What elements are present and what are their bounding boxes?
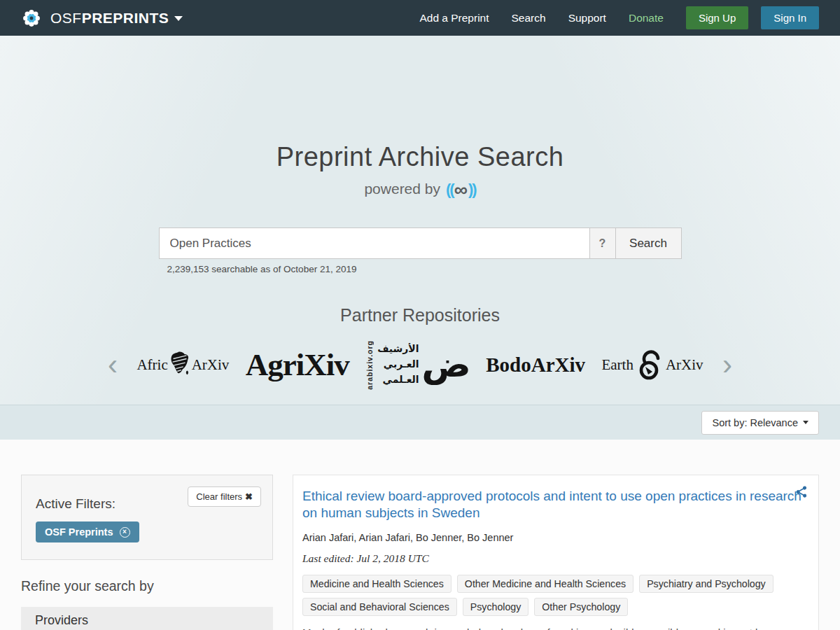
arabixiv-calligraphy-icon: ض [421, 349, 471, 381]
subject-tag[interactable]: Other Psychology [534, 598, 628, 616]
partners-carousel: ‹ Afric ArXiv AgriXiv arabixiv.org الأرش… [105, 332, 735, 397]
carousel-next-icon[interactable]: › [720, 350, 735, 379]
eartharxiv-prefix: Earth [601, 356, 633, 374]
africarxiv-prefix: Afric [136, 356, 167, 374]
top-navbar: OSFPREPRINTS Add a Preprint Search Suppo… [0, 0, 840, 36]
eartharxiv-suffix: ArXiv [666, 356, 704, 374]
hero-section: Preprint Archive Search powered by((∞)) … [0, 36, 840, 405]
nav-add-a-preprint[interactable]: Add a Preprint [419, 12, 489, 24]
search-input[interactable] [159, 227, 590, 259]
sort-by-label: Sort by: Relevance [712, 417, 798, 428]
partner-logo-arabixiv[interactable]: arabixiv.org الأرشيف العـربي العـلمي ض [365, 340, 470, 390]
result-last-edited: Last edited: Jul 2, 2018 UTC [302, 552, 809, 565]
osf-preprints-brand[interactable]: OSFPREPRINTS [21, 8, 183, 29]
filter-chip-label: OSF Preprints [45, 526, 113, 538]
nav-donate[interactable]: Donate [629, 12, 664, 24]
chevron-down-icon [803, 421, 808, 424]
clear-filters-button[interactable]: Clear filters✖ [188, 486, 261, 507]
subject-tag[interactable]: Psychology [463, 598, 529, 616]
searchable-count-note: 2,239,153 searchable as of October 21, 2… [159, 264, 682, 274]
sort-strip: Sort by: Relevance [0, 405, 840, 440]
subject-tag[interactable]: Other Medicine and Health Sciences [457, 575, 634, 593]
result-title-link[interactable]: Ethical review board-approved protocols … [302, 488, 809, 522]
results-list: Ethical review board-approved protocols … [293, 475, 819, 630]
nav-support[interactable]: Support [568, 12, 606, 24]
refine-search-label: Refine your search by [21, 578, 273, 594]
partner-repositories-heading: Partner Repositories [0, 305, 840, 326]
africa-map-icon [168, 350, 192, 379]
brand-title: OSFPREPRINTS [50, 10, 183, 27]
remove-filter-icon[interactable]: × [120, 527, 130, 538]
sort-by-dropdown[interactable]: Sort by: Relevance [701, 411, 819, 435]
subject-tag[interactable]: Psychiatry and Psychology [639, 575, 774, 593]
active-filters-box: Active Filters: Clear filters✖ OSF Prepr… [21, 475, 273, 560]
nav-search[interactable]: Search [512, 12, 546, 24]
result-authors: Arian Jafari, Arian Jafari, Bo Jenner, B… [302, 532, 809, 543]
subject-tag[interactable]: Medicine and Health Sciences [302, 575, 451, 593]
subject-tags: Medicine and Health Sciences Other Medic… [302, 575, 792, 616]
filter-chip-osf-preprints[interactable]: OSF Preprints × [36, 522, 139, 542]
powered-by-line: powered by((∞)) [0, 179, 840, 201]
share-service-logo: ((∞)) [446, 181, 476, 197]
arabixiv-arabic-text: الأرشيف العـربي العـلمي [377, 342, 419, 387]
filters-sidebar: Active Filters: Clear filters✖ OSF Prepr… [21, 475, 273, 630]
clear-x-icon: ✖ [245, 491, 253, 502]
open-lock-globe-icon [635, 348, 664, 382]
africarxiv-suffix: ArXiv [192, 356, 230, 374]
carousel-prev-icon[interactable]: ‹ [105, 350, 120, 379]
result-card: Ethical review board-approved protocols … [293, 475, 819, 630]
partner-logo-agrixiv[interactable]: AgriXiv [246, 346, 349, 383]
providers-section-header[interactable]: Providers [21, 607, 273, 630]
partner-logo-eartharxiv[interactable]: Earth ArXiv [601, 348, 703, 382]
share-icon[interactable] [795, 486, 808, 501]
sign-up-button[interactable]: Sign Up [686, 6, 748, 29]
page-title: Preprint Archive Search [0, 36, 840, 172]
results-section: Active Filters: Clear filters✖ OSF Prepr… [0, 440, 840, 630]
search-help-button[interactable]: ? [590, 227, 616, 259]
search-button[interactable]: Search [616, 227, 682, 259]
result-abstract: Much of published research in psychology… [302, 625, 778, 630]
arabixiv-url-vertical: arabixiv.org [365, 340, 374, 390]
partner-logo-bodoarxiv[interactable]: BodoArXiv [486, 354, 585, 377]
partner-logo-africarxiv[interactable]: Afric ArXiv [136, 350, 229, 379]
chevron-down-icon [174, 16, 183, 21]
osf-logo-icon [21, 8, 42, 29]
subject-tag[interactable]: Social and Behavioral Sciences [302, 598, 457, 616]
sign-in-button[interactable]: Sign In [761, 6, 819, 29]
